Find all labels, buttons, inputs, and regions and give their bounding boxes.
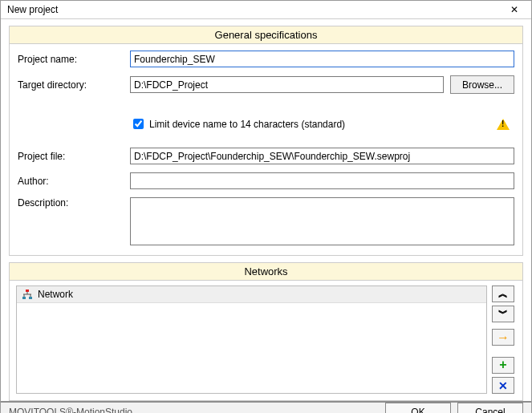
networks-list[interactable]: Network [16, 285, 487, 394]
limit-name-row: Limit device name to 14 characters (stan… [130, 116, 514, 132]
limit-name-checkbox-label: Limit device name to 14 characters (stan… [149, 119, 345, 130]
general-section: Project name: Target directory: Browse..… [9, 44, 523, 256]
footer: MOVITOOLS®-MotionStudio OK Cancel [1, 401, 531, 413]
author-label: Author: [18, 176, 130, 187]
close-button[interactable]: ✕ [502, 1, 526, 18]
new-project-dialog: New project ✕ General specifications Pro… [0, 0, 532, 413]
remove-network-button[interactable]: ✕ [492, 377, 514, 394]
arrow-right-icon: → [497, 330, 510, 345]
target-dir-label: Target directory: [18, 79, 130, 91]
status-label: MOVITOOLS®-MotionStudio [9, 407, 132, 414]
target-dir-row: Target directory: Browse... [18, 75, 514, 94]
spacer [9, 256, 523, 262]
browse-button[interactable]: Browse... [450, 75, 514, 94]
content-area: General specifications Project name: Tar… [1, 19, 531, 401]
author-input[interactable] [130, 172, 514, 189]
warning-icon [497, 119, 510, 130]
list-item[interactable]: Network [17, 286, 486, 303]
description-label: Description: [18, 197, 130, 209]
limit-name-checkbox[interactable] [133, 119, 144, 129]
chevrons-up-icon: ︽ [498, 287, 508, 301]
window-title: New project [7, 4, 58, 15]
plus-icon: + [499, 358, 506, 372]
network-icon [22, 289, 33, 300]
network-item-label: Network [38, 289, 73, 300]
project-file-label: Project file: [18, 151, 130, 162]
description-input[interactable] [130, 197, 514, 245]
side-gap [492, 349, 516, 354]
limit-name-checkbox-label-wrap[interactable]: Limit device name to 14 characters (stan… [130, 116, 345, 132]
general-section-header: General specifications [9, 26, 523, 44]
project-name-label: Project name: [18, 54, 130, 65]
project-name-input[interactable] [130, 51, 514, 67]
svg-rect-5 [22, 297, 26, 299]
networks-section: Network ︽ ︾ → + ✕ [9, 281, 523, 401]
go-button[interactable]: → [492, 329, 514, 346]
cross-icon: ✕ [498, 379, 508, 392]
titlebar: New project ✕ [1, 1, 531, 19]
author-row: Author: [18, 172, 514, 189]
ok-button[interactable]: OK [385, 403, 451, 413]
project-file-row: Project file: [18, 148, 514, 164]
target-dir-input[interactable] [130, 76, 444, 93]
move-down-button[interactable]: ︾ [492, 306, 514, 322]
move-top-button[interactable]: ︽ [492, 285, 514, 302]
svg-rect-0 [26, 290, 29, 292]
description-row: Description: [18, 197, 514, 245]
project-file-input [130, 148, 514, 164]
add-network-button[interactable]: + [492, 357, 514, 374]
networks-section-header: Networks [9, 262, 523, 281]
close-icon: ✕ [510, 4, 518, 15]
networks-side-buttons: ︽ ︾ → + ✕ [492, 285, 516, 394]
chevrons-down-icon: ︾ [498, 307, 508, 321]
svg-rect-6 [29, 297, 32, 299]
project-name-row: Project name: [18, 51, 514, 67]
cancel-button[interactable]: Cancel [457, 403, 523, 413]
